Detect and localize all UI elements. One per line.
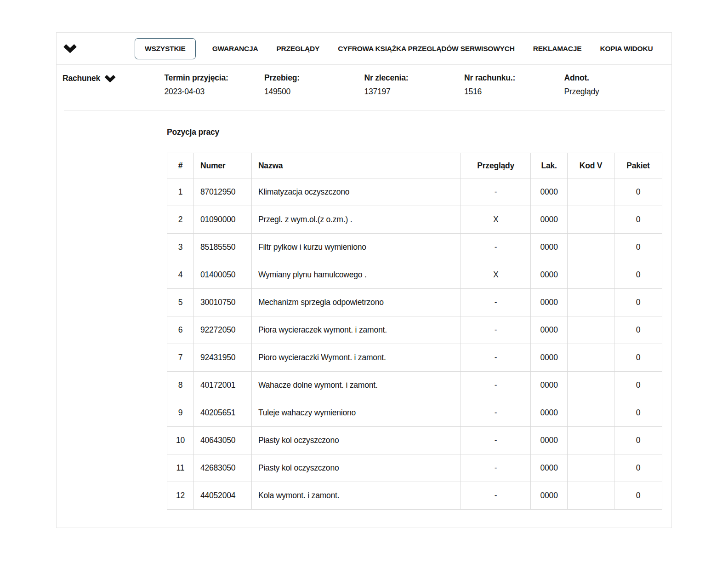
table-cell: 0 — [614, 178, 662, 206]
info-field-value: 2023-04-03 — [164, 87, 264, 97]
table-cell: Filtr pylkow i kurzu wymieniono — [251, 234, 461, 261]
table-cell: 11 — [167, 454, 194, 482]
table-row: 401400050Wymiany plynu hamulcowego .X000… — [167, 261, 662, 289]
collapse-button[interactable] — [63, 41, 79, 57]
table-cell: 0 — [614, 344, 662, 372]
table-cell: 92272050 — [193, 316, 251, 344]
rachunek-dropdown[interactable]: Rachunek — [63, 73, 164, 83]
info-field-nr-rachunku: Nr rachunku.: 1516 — [464, 73, 564, 97]
table-cell: - — [461, 372, 531, 399]
table-cell: - — [461, 427, 531, 454]
table-cell: 0 — [614, 427, 662, 454]
table-cell — [568, 178, 614, 206]
info-field-termin: Termin przyjęcia: 2023-04-03 — [164, 73, 264, 97]
table-cell: - — [461, 344, 531, 372]
table-row: 201090000Przegl. z wym.ol.(z o.zm.) .X00… — [167, 206, 662, 234]
table-cell: 30010750 — [193, 289, 251, 316]
table-cell: 0000 — [531, 344, 568, 372]
column-header-number-sign: # — [167, 153, 194, 178]
info-field-label: Termin przyjęcia: — [164, 73, 264, 83]
table-cell — [568, 427, 614, 454]
table-cell: 0000 — [531, 427, 568, 454]
tab-wszystkie[interactable]: WSZYSTKIE — [135, 38, 196, 59]
table-cell: 0 — [614, 234, 662, 261]
table-cell: 0000 — [531, 289, 568, 316]
table-cell: 0000 — [531, 178, 568, 206]
table-cell: 85185550 — [193, 234, 251, 261]
table-cell — [568, 289, 614, 316]
table-cell: - — [461, 289, 531, 316]
table-cell: 2 — [167, 206, 194, 234]
table-cell: 01400050 — [193, 261, 251, 289]
tab-gwarancja[interactable]: GWARANCJA — [210, 43, 261, 55]
column-header-przeglady: Przeglądy — [461, 153, 531, 178]
table-cell: 0000 — [531, 482, 568, 510]
table-cell: 0000 — [531, 454, 568, 482]
table-cell: 40205651 — [193, 399, 251, 427]
table-cell: - — [461, 316, 531, 344]
table-cell: 8 — [167, 372, 194, 399]
table-cell: X — [461, 261, 531, 289]
table-cell: Piora wycieraczek wymont. i zamont. — [251, 316, 461, 344]
tab-bar: WSZYSTKIE GWARANCJA PRZEGLĄDY CYFROWA KS… — [57, 33, 671, 65]
table-cell: 0 — [614, 206, 662, 234]
table-header-row: # Numer Nazwa Przeglądy Lak. Kod V Pakie… — [167, 153, 662, 178]
table-cell: 0000 — [531, 206, 568, 234]
table-cell: Mechanizm sprzegla odpowietrzono — [251, 289, 461, 316]
table-cell: Tuleje wahaczy wymieniono — [251, 399, 461, 427]
rachunek-label: Rachunek — [63, 74, 100, 83]
service-record-card: WSZYSTKIE GWARANCJA PRZEGLĄDY CYFROWA KS… — [56, 32, 672, 528]
column-header-kod-v: Kod V — [568, 153, 614, 178]
table-cell — [568, 399, 614, 427]
tab-cyfrowa-ksiazka[interactable]: CYFROWA KSIĄŻKA PRZEGLĄDÓW SERWISOWYCH — [335, 43, 518, 55]
table-cell: - — [461, 178, 531, 206]
table-cell: 0000 — [531, 372, 568, 399]
info-field-value: 149500 — [264, 87, 364, 97]
info-field-label: Nr zlecenia: — [364, 73, 464, 83]
table-cell: 40643050 — [193, 427, 251, 454]
table-cell: Kola wymont. i zamont. — [251, 482, 461, 510]
table-row: 1040643050Piasty kol oczyszczono-00000 — [167, 427, 662, 454]
table-row: 530010750Mechanizm sprzegla odpowietrzon… — [167, 289, 662, 316]
table-cell: Wahacze dolne wymont. i zamont. — [251, 372, 461, 399]
column-header-lak: Lak. — [531, 153, 568, 178]
tab-reklamacje[interactable]: REKLAMACJE — [530, 43, 585, 55]
info-field-adnot: Adnot. Przeglądy — [564, 73, 664, 97]
table-cell: 92431950 — [193, 344, 251, 372]
table-cell — [568, 234, 614, 261]
table-cell: Piasty kol oczyszczono — [251, 427, 461, 454]
column-header-pakiet: Pakiet — [614, 153, 662, 178]
table-cell: 44052004 — [193, 482, 251, 510]
table-cell: 01090000 — [193, 206, 251, 234]
info-field-label: Adnot. — [564, 73, 664, 83]
chevron-down-icon — [104, 75, 116, 82]
table-cell: 40172001 — [193, 372, 251, 399]
table-cell: Piasty kol oczyszczono — [251, 454, 461, 482]
table-cell — [568, 344, 614, 372]
info-field-label: Nr rachunku.: — [464, 73, 564, 83]
tab-kopia-widoku[interactable]: KOPIA WIDOKU — [597, 43, 655, 55]
info-field-przebieg: Przebieg: 149500 — [264, 73, 364, 97]
tab-przeglady[interactable]: PRZEGLĄDY — [273, 43, 322, 55]
table-cell: 7 — [167, 344, 194, 372]
info-field-nr-zlecenia: Nr zlecenia: 137197 — [364, 73, 464, 97]
table-cell — [568, 482, 614, 510]
table-cell — [568, 372, 614, 399]
chevron-down-icon — [63, 44, 77, 53]
table-cell: 3 — [167, 234, 194, 261]
info-header-row: Rachunek Termin przyjęcia: 2023-04-03 Pr… — [57, 65, 671, 111]
info-field-label: Przebieg: — [264, 73, 364, 83]
table-cell: 9 — [167, 399, 194, 427]
table-cell: 0 — [614, 316, 662, 344]
table-cell: 0 — [614, 454, 662, 482]
work-items-table: # Numer Nazwa Przeglądy Lak. Kod V Pakie… — [167, 153, 662, 510]
table-cell: 0000 — [531, 399, 568, 427]
table-cell: 0 — [614, 261, 662, 289]
column-header-nazwa: Nazwa — [251, 153, 461, 178]
column-header-numer: Numer — [193, 153, 251, 178]
table-cell — [568, 316, 614, 344]
table-cell — [568, 206, 614, 234]
table-cell: 10 — [167, 427, 194, 454]
section-title: Pozycja pracy — [167, 127, 671, 137]
table-row: 187012950Klimatyzacja oczyszczono-00000 — [167, 178, 662, 206]
